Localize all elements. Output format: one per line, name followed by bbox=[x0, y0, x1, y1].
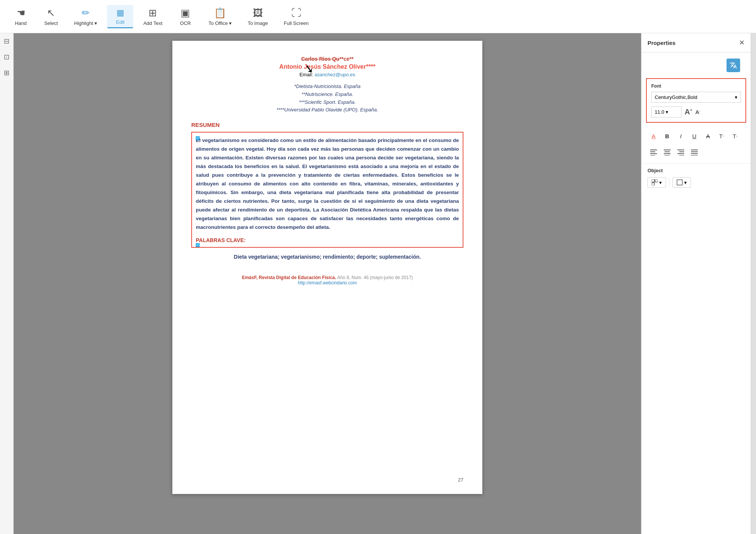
svg-rect-17 bbox=[655, 179, 658, 182]
addtext-label: Add Text bbox=[143, 20, 162, 26]
ocr-label: OCR bbox=[180, 20, 191, 26]
align-buttons-row bbox=[641, 145, 751, 164]
font-increase-button[interactable]: A+ bbox=[685, 108, 692, 116]
edit-icon: ▦ bbox=[116, 8, 124, 18]
fullscreen-icon: ⛶ bbox=[291, 7, 301, 19]
sidebar-icon-2[interactable]: ⊡ bbox=[4, 53, 9, 61]
font-size-row: 11.0 ▾ A+ A- bbox=[651, 106, 741, 117]
object-section: Object ▾ ▾ bbox=[641, 164, 751, 191]
toolbar-hand[interactable]: ☚ Hand bbox=[8, 4, 34, 29]
format-italic-button[interactable]: I bbox=[675, 130, 687, 142]
svg-rect-7 bbox=[665, 155, 670, 156]
toolbar-ocr[interactable]: ▣ OCR bbox=[172, 4, 199, 29]
toimage-icon: 🖼 bbox=[253, 7, 263, 19]
footer-journal: EmásF, Revista Digital de Educación Físi… bbox=[191, 275, 463, 280]
tooffice-icon: 📋 bbox=[214, 7, 226, 19]
main-area: ⊟ ⊡ ⊞ ➘ Carlos Rios Qu**ce** Antonio Jes… bbox=[0, 33, 756, 534]
toolbar-select[interactable]: ↖ Select bbox=[38, 4, 64, 29]
author-crossed: Carlos Rios Qu**ce** bbox=[191, 56, 463, 62]
abstract-selected-box[interactable]: El vegetarianismo es considerado como un… bbox=[191, 132, 463, 247]
toolbar-edit[interactable]: ▦ Edit bbox=[107, 5, 133, 28]
sidebar-icon-3[interactable]: ⊞ bbox=[4, 69, 9, 77]
object-divider bbox=[669, 178, 669, 187]
svg-rect-12 bbox=[691, 150, 698, 150]
footer-url-link[interactable]: http://emasf.webcindario.com bbox=[298, 280, 357, 286]
align-center-button[interactable] bbox=[661, 147, 673, 158]
align-left-icon bbox=[650, 150, 657, 156]
select-icon: ↖ bbox=[47, 7, 55, 19]
svg-rect-10 bbox=[677, 153, 684, 154]
right-scrollbar[interactable] bbox=[751, 33, 756, 534]
toolbar: ☚ Hand ↖ Select ✏ Highlight ▾ ▦ Edit ⊞ A… bbox=[0, 0, 756, 33]
footer-journal-normal: Año 8, Num. 46 (mayo-junio de 2017) bbox=[337, 275, 413, 280]
object-border-arrow: ▾ bbox=[684, 180, 687, 185]
footer-url[interactable]: http://emasf.webcindario.com bbox=[191, 280, 463, 286]
format-superscript-button[interactable]: T↑ bbox=[716, 130, 728, 142]
translate-svg bbox=[730, 62, 737, 69]
svg-rect-18 bbox=[652, 183, 654, 185]
affil-1: *Dietista-Nutricionista. España bbox=[191, 83, 463, 91]
format-underline-button[interactable]: U bbox=[688, 130, 700, 142]
object-align-button[interactable]: ▾ bbox=[648, 177, 666, 188]
email-link[interactable]: asanchez@upo.es bbox=[314, 72, 355, 77]
svg-rect-2 bbox=[650, 153, 657, 154]
object-border-icon bbox=[677, 179, 683, 185]
toolbar-addtext[interactable]: ⊞ Add Text bbox=[137, 4, 168, 29]
close-button[interactable]: ✕ bbox=[739, 39, 745, 47]
svg-rect-3 bbox=[650, 155, 655, 156]
toimage-label: To Image bbox=[248, 20, 268, 26]
svg-rect-9 bbox=[679, 151, 684, 152]
font-size-value: 11.0 bbox=[655, 109, 664, 115]
font-name-dropdown[interactable]: CenturyGothic,Bold ▾ bbox=[651, 92, 741, 103]
svg-rect-0 bbox=[650, 150, 657, 150]
highlight-label: Highlight ▾ bbox=[74, 20, 97, 26]
edit-label: Edit bbox=[116, 19, 124, 25]
svg-rect-5 bbox=[665, 151, 670, 152]
svg-rect-16 bbox=[652, 179, 654, 182]
toolbar-highlight[interactable]: ✏ Highlight ▾ bbox=[68, 4, 103, 29]
font-decrease-button[interactable]: A- bbox=[695, 109, 700, 115]
properties-title: Properties bbox=[648, 40, 675, 46]
hand-label: Hand bbox=[15, 20, 26, 26]
sidebar-icon-1[interactable]: ⊟ bbox=[4, 37, 9, 45]
object-controls: ▾ ▾ bbox=[648, 177, 745, 188]
abstract-text: El vegetarianismo es considerado como un… bbox=[196, 136, 459, 232]
svg-rect-11 bbox=[679, 155, 684, 156]
object-border-button[interactable]: ▾ bbox=[672, 177, 691, 188]
align-right-icon bbox=[677, 150, 684, 156]
font-size-dropdown[interactable]: 11.0 ▾ bbox=[651, 106, 682, 117]
format-subscript-button[interactable]: T↓ bbox=[729, 130, 741, 142]
toolbar-tooffice[interactable]: 📋 To Office ▾ bbox=[203, 4, 238, 29]
ocr-icon: ▣ bbox=[181, 7, 190, 19]
svg-rect-19 bbox=[677, 180, 682, 185]
object-align-arrow: ▾ bbox=[659, 180, 662, 185]
format-strikethrough-button[interactable]: A bbox=[702, 130, 714, 142]
affil-3: ***Scienfic Sport. España. bbox=[191, 99, 463, 106]
left-sidebar: ⊟ ⊡ ⊞ bbox=[0, 33, 14, 534]
translate-icon[interactable] bbox=[727, 59, 740, 72]
fullscreen-label: Full Screen bbox=[284, 20, 309, 26]
affil-2: **Nutriscience. España. bbox=[191, 91, 463, 99]
svg-rect-6 bbox=[664, 153, 671, 154]
align-left-button[interactable] bbox=[648, 147, 660, 158]
footer-journal-bold: EmásF, Revista Digital de Educación Físi… bbox=[242, 275, 336, 280]
toolbar-fullscreen[interactable]: ⛶ Full Screen bbox=[278, 4, 315, 29]
format-buttons-row: A B I U A T↑ T↓ bbox=[641, 127, 751, 145]
resumen-title: RESUMEN bbox=[191, 122, 463, 128]
properties-header: Properties ✕ bbox=[641, 33, 751, 52]
align-right-button[interactable] bbox=[675, 147, 687, 158]
select-label: Select bbox=[44, 20, 58, 26]
align-center-icon bbox=[664, 150, 671, 156]
toolbar-toimage[interactable]: 🖼 To Image bbox=[242, 4, 274, 29]
align-justify-button[interactable] bbox=[688, 147, 700, 158]
font-section: Font CenturyGothic,Bold ▾ 11.0 ▾ A+ A- bbox=[646, 78, 746, 123]
tooffice-label: To Office ▾ bbox=[209, 20, 232, 26]
object-label: Object bbox=[648, 168, 745, 173]
format-underline-color-button[interactable]: A bbox=[648, 130, 660, 142]
document-area[interactable]: ➘ Carlos Rios Qu**ce** Antonio Jesús Sán… bbox=[14, 33, 641, 534]
footer-page: 27 bbox=[458, 477, 463, 483]
keywords-text: Dieta vegetariana; vegetarianismo; rendi… bbox=[191, 254, 463, 260]
format-bold-button[interactable]: B bbox=[661, 130, 673, 142]
font-size-arrow: ▾ bbox=[666, 109, 668, 115]
svg-rect-15 bbox=[691, 155, 698, 156]
